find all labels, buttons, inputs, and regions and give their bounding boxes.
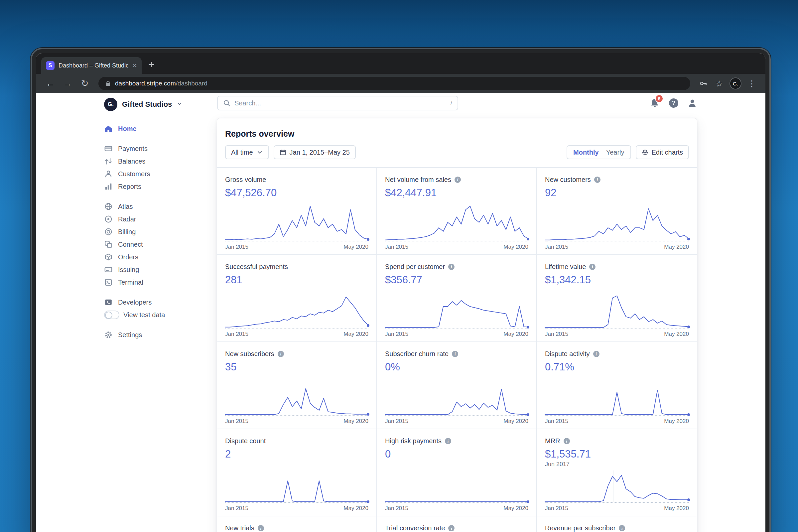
info-icon[interactable]: i: [448, 525, 455, 531]
new-tab-button[interactable]: +: [148, 59, 155, 70]
browser-menu-icon[interactable]: ⋮: [745, 79, 759, 89]
sidebar-item-balances[interactable]: Balances: [104, 155, 217, 168]
chart-title: Gross volume: [225, 176, 266, 184]
info-icon[interactable]: i: [445, 438, 451, 444]
forward-icon[interactable]: →: [60, 78, 75, 89]
x-axis-start-label: Jan 2015: [225, 331, 248, 338]
chart-title: Revenue per subscriber: [545, 524, 615, 532]
sidebar-group-payments: PaymentsBalancesCustomersReports: [104, 142, 217, 193]
sidebar-item-terminal[interactable]: Terminal: [104, 276, 217, 289]
sidebar-item-view-test-data: View test data: [104, 308, 217, 321]
date-range-button[interactable]: Jan 1, 2015–May 25: [274, 145, 356, 159]
chart-card: Spend per customer i $356.77 Jan 2015 Ma…: [377, 255, 537, 342]
chart-title: Lifetime value: [545, 263, 586, 271]
chart-card: Successful payments 281 Jan 2015 May 202…: [217, 255, 377, 342]
info-icon[interactable]: i: [278, 351, 284, 357]
reload-icon[interactable]: ↻: [77, 78, 92, 89]
sidebar-item-label: Orders: [118, 253, 138, 261]
topbar: Search... / 6 ?: [217, 96, 697, 110]
test-data-toggle[interactable]: [104, 310, 119, 319]
sidebar-item-billing[interactable]: Billing: [104, 225, 217, 238]
chart-x-axis: Jan 2015 May 2020: [225, 331, 368, 338]
help-button[interactable]: ?: [669, 98, 678, 108]
search-shortcut-hint: /: [451, 99, 452, 107]
x-axis-start-label: Jan 2015: [545, 244, 568, 250]
sparkline-chart: [225, 290, 368, 328]
x-axis-start-label: Jan 2015: [225, 418, 248, 424]
sidebar-item-payments[interactable]: Payments: [104, 142, 217, 155]
chart-card: Gross volume $47,526.70 Jan 2015 May 202…: [217, 168, 377, 255]
back-icon[interactable]: ←: [42, 78, 58, 89]
bookmark-star-icon[interactable]: ☆: [712, 79, 726, 89]
sidebar-item-radar[interactable]: Radar: [104, 213, 217, 225]
sidebar-item-reports[interactable]: Reports: [104, 180, 217, 193]
account-switcher[interactable]: G. Gifted Studios: [104, 98, 217, 111]
search-input[interactable]: Search... /: [217, 96, 458, 110]
chart-title: MRR: [545, 437, 560, 445]
profile-button[interactable]: [688, 98, 697, 108]
x-axis-end-label: May 2020: [343, 418, 368, 424]
interval-yearly[interactable]: Yearly: [606, 149, 624, 156]
browser-toolbar: ← → ↻ dashboard.stripe.com/dashboard ☆ G…: [36, 74, 765, 93]
home-icon: [104, 125, 113, 133]
edit-charts-button[interactable]: Edit charts: [636, 145, 689, 159]
sidebar-group-home: Home: [104, 122, 217, 135]
reports-icon: [104, 182, 113, 191]
chart-card: Net volume from sales i $42,447.91 Jan 2…: [377, 168, 537, 255]
chart-value: 92: [545, 187, 689, 199]
interval-monthly[interactable]: Monthly: [573, 149, 599, 156]
chart-card: New subscribers i 35 Jan 2015 May 2020: [217, 342, 377, 429]
key-icon[interactable]: [696, 79, 710, 88]
terminal-icon: [104, 278, 113, 287]
connect-icon: [104, 240, 113, 249]
chart-x-axis: Jan 2015 May 2020: [545, 331, 689, 338]
chart-value: $356.77: [385, 274, 528, 286]
chart-x-axis: Jan 2015 May 2020: [225, 505, 368, 512]
chart-x-axis: Jan 2015 May 2020: [545, 505, 689, 512]
chart-title: Dispute count: [225, 437, 266, 445]
sidebar-item-label: Reports: [118, 183, 141, 191]
header-icons: 6 ?: [650, 98, 697, 108]
info-icon[interactable]: i: [258, 525, 264, 531]
chart-card: High risk payments i 0 Jan 2015 May 2020: [377, 429, 537, 516]
sidebar-item-atlas[interactable]: Atlas: [104, 200, 217, 213]
info-icon[interactable]: i: [589, 264, 595, 270]
browser-tab[interactable]: S Dashboard – Gifted Studios – S ×: [41, 57, 141, 74]
info-icon[interactable]: i: [452, 351, 458, 357]
sidebar-item-label: Connect: [118, 241, 143, 248]
info-icon[interactable]: i: [455, 176, 461, 183]
chart-title: Dispute activity: [545, 350, 590, 358]
search-placeholder: Search...: [234, 99, 446, 107]
chart-title: Net volume from sales: [385, 176, 451, 184]
info-icon[interactable]: i: [448, 264, 455, 270]
sidebar-item-connect[interactable]: Connect: [104, 238, 217, 251]
chart-card: New trials i Jan 2015 May 2020: [217, 516, 377, 532]
sidebar-item-issuing[interactable]: Issuing: [104, 263, 217, 276]
browser-profile-avatar[interactable]: G.: [729, 77, 741, 90]
info-icon[interactable]: i: [564, 438, 570, 444]
address-bar[interactable]: dashboard.stripe.com/dashboard: [98, 77, 690, 90]
browser-tab-strip: S Dashboard – Gifted Studios – S × +: [36, 53, 765, 74]
sparkline-chart: [385, 290, 528, 328]
notifications-button[interactable]: 6: [650, 98, 660, 108]
info-icon[interactable]: i: [593, 351, 600, 357]
sidebar-item-home[interactable]: Home: [104, 122, 217, 135]
page-title: Reports overview: [225, 129, 689, 139]
x-axis-start-label: Jan 2015: [385, 505, 408, 512]
chart-card: New customers i 92 Jan 2015 May 2020: [537, 168, 697, 255]
info-icon[interactable]: i: [594, 176, 601, 183]
info-icon[interactable]: i: [619, 525, 625, 531]
sidebar-item-label: Issuing: [118, 266, 139, 274]
sidebar-item-customers[interactable]: Customers: [104, 168, 217, 180]
report-controls: All time Jan 1, 2015–May 25 Monthly Year…: [217, 139, 697, 167]
orders-icon: [104, 253, 113, 261]
sidebar-item-orders[interactable]: Orders: [104, 251, 217, 263]
time-range-dropdown[interactable]: All time: [225, 145, 269, 159]
sidebar-item-settings[interactable]: Settings: [104, 328, 217, 341]
tab-close-icon[interactable]: ×: [132, 61, 137, 70]
interval-toggle: Monthly Yearly: [567, 145, 631, 159]
sidebar-item-developers[interactable]: Developers: [104, 296, 217, 308]
chart-title: Subscriber churn rate: [385, 350, 449, 358]
x-axis-end-label: May 2020: [664, 418, 689, 424]
gear-icon: [104, 330, 113, 339]
